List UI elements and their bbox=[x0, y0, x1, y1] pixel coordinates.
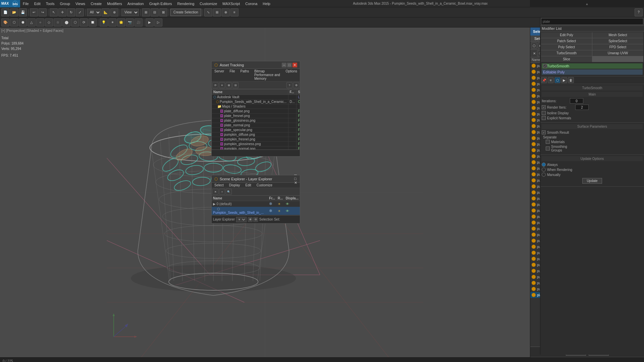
layer-btn[interactable]: ≡ bbox=[230, 8, 238, 16]
render-iters-check[interactable] bbox=[542, 105, 546, 109]
mod-del-btn[interactable]: 🗑 bbox=[568, 77, 574, 83]
viewport[interactable]: [+] [Perspective] [Shaded + Edged Faces]… bbox=[0, 27, 530, 357]
asset-tracking-header[interactable]: ⬡ Asset Tracking ─ □ ✕ bbox=[212, 61, 300, 69]
fpd-select-btn[interactable]: FPD Select bbox=[592, 44, 643, 50]
unwrap-uvw-btn[interactable]: Unwrap UVW bbox=[592, 50, 643, 56]
at-menu-bitmap[interactable]: Bitmap Performance and Memory bbox=[252, 69, 283, 81]
le-menu-edit[interactable]: Edit bbox=[243, 183, 254, 188]
smooth-result-check[interactable] bbox=[542, 130, 546, 134]
open-btn[interactable]: 📂 bbox=[10, 8, 18, 16]
spline-select-btn[interactable]: SplineSelect bbox=[592, 38, 643, 44]
tb2-render1[interactable]: ▶ bbox=[146, 18, 154, 26]
at-row[interactable]: 🖼plate_diffuse.pngFound bbox=[212, 109, 300, 114]
at-row[interactable]: 🖼pumpkin_diffuse.pngFound bbox=[212, 132, 300, 137]
menu-file[interactable]: File bbox=[20, 0, 32, 7]
menu-tools[interactable]: Tools bbox=[43, 0, 57, 7]
smoothing-groups-check[interactable] bbox=[546, 146, 550, 150]
at-menu-options[interactable]: Options bbox=[283, 69, 300, 81]
ref-coord-btn[interactable]: ⊞ bbox=[142, 8, 150, 16]
le-tb-filter[interactable]: 🔍 bbox=[226, 189, 232, 195]
at-settings-btn[interactable]: ⚙ bbox=[293, 82, 299, 88]
tb2-light1[interactable]: 💡 bbox=[100, 18, 108, 26]
tb2-btn2[interactable]: ⬡ bbox=[10, 18, 18, 26]
render-iters-input[interactable] bbox=[575, 105, 589, 110]
at-maximize-btn[interactable]: □ bbox=[287, 63, 292, 67]
menu-help[interactable]: Help bbox=[260, 0, 273, 7]
turbo-smooth-stack-item[interactable]: TurboSmooth bbox=[542, 63, 643, 69]
le-bottom-btn2[interactable]: ⊟ bbox=[253, 217, 258, 222]
le-close-btn[interactable]: ✕ bbox=[294, 181, 297, 185]
tb2-cam1[interactable]: 📷 bbox=[126, 18, 134, 26]
le-explorer-dropdown[interactable]: ▼ bbox=[236, 217, 247, 222]
menu-group[interactable]: Group bbox=[57, 0, 73, 7]
redo-btn[interactable]: ↪ bbox=[39, 8, 47, 16]
materials-check[interactable] bbox=[546, 140, 550, 144]
at-row[interactable]: ⬡Autodesk VaultLogged bbox=[212, 95, 300, 100]
at-row[interactable]: 🖼plate_normal.pngFound bbox=[212, 123, 300, 128]
new-btn[interactable]: 📄 bbox=[1, 8, 9, 16]
at-tb-btn1[interactable]: ⟳ bbox=[212, 82, 218, 88]
poly-select-btn[interactable]: Poly Select bbox=[541, 44, 592, 50]
at-row[interactable]: 🖼pumpkin_normal.pngFound bbox=[212, 146, 300, 150]
menu-modifiers[interactable]: Modifiers bbox=[104, 0, 125, 7]
at-tb-btn4[interactable]: ⊟ bbox=[232, 82, 238, 88]
le-menu-select[interactable]: Select bbox=[212, 183, 226, 188]
isoline-check[interactable] bbox=[542, 111, 546, 115]
menu-edit[interactable]: Edit bbox=[32, 0, 43, 7]
tb2-btn3[interactable]: ⬢ bbox=[19, 18, 27, 26]
move-btn[interactable]: ✛ bbox=[58, 8, 66, 16]
layer-row-default[interactable]: ▶ 0 (default) ❄ ☀ 👁 bbox=[212, 201, 300, 207]
update-button[interactable]: Update bbox=[582, 178, 602, 184]
tb2-light2[interactable]: ☀ bbox=[108, 18, 116, 26]
at-row[interactable]: 🖼pumpkin_fresnel.pngFound bbox=[212, 137, 300, 142]
tb2-light3[interactable]: 🌟 bbox=[117, 18, 125, 26]
menu-animation[interactable]: Animation bbox=[125, 0, 147, 7]
view-dropdown[interactable]: View bbox=[121, 9, 139, 16]
le-menu-customize[interactable]: Customize bbox=[254, 183, 275, 188]
tb2-btn11[interactable]: 🔲 bbox=[89, 18, 97, 26]
at-row[interactable]: ⬡Pumpkin_Seeds_with_Shell_in_a_Ceramic..… bbox=[212, 100, 300, 104]
undo-btn[interactable]: ↩ bbox=[30, 8, 38, 16]
save-btn[interactable]: 💾 bbox=[19, 8, 27, 16]
at-row[interactable]: 🖼plate_fresnel.pngFound bbox=[212, 114, 300, 118]
constraint-btn[interactable]: ⊟ bbox=[151, 8, 159, 16]
at-help-btn[interactable]: ? bbox=[286, 82, 292, 88]
at-menu-file[interactable]: File bbox=[227, 69, 237, 81]
mod-anim-btn[interactable]: ▶ bbox=[561, 77, 567, 83]
le-tb-x[interactable]: ✕ bbox=[212, 189, 218, 195]
mirror-btn[interactable]: ⤡ bbox=[204, 8, 212, 16]
le-menu-display[interactable]: Display bbox=[226, 183, 243, 188]
ts-checkbox[interactable] bbox=[543, 64, 547, 68]
at-tb-btn2[interactable]: ≡ bbox=[219, 82, 225, 88]
at-menu-paths[interactable]: Paths bbox=[238, 69, 252, 81]
menu-create[interactable]: Create bbox=[88, 0, 104, 7]
tb2-btn5[interactable]: ○ bbox=[36, 18, 44, 26]
always-radio[interactable] bbox=[542, 163, 546, 167]
menu-corona[interactable]: Corona bbox=[243, 0, 260, 7]
editable-poly-stack-item[interactable]: Editable Poly bbox=[542, 69, 643, 75]
le-maximize-btn[interactable]: □ bbox=[294, 177, 297, 181]
at-close-btn[interactable]: ✕ bbox=[292, 63, 297, 67]
menu-graph-editors[interactable]: Graph Editors bbox=[147, 0, 175, 7]
tb2-btn1[interactable]: 🎨 bbox=[1, 18, 9, 26]
when-rendering-radio[interactable] bbox=[542, 168, 546, 172]
search-clear-btn[interactable]: ✕ bbox=[532, 51, 537, 56]
menu-maxscript[interactable]: MAXScript bbox=[220, 0, 243, 7]
mod-list-btn[interactable]: ≡ bbox=[548, 77, 554, 83]
le-bottom-btn1[interactable]: ⊞ bbox=[248, 217, 253, 222]
layer-explorer-header[interactable]: ⬡ Scene Explorer - Layer Explorer ─ □ ✕ bbox=[212, 175, 300, 183]
tb2-btn4[interactable]: △ bbox=[28, 18, 36, 26]
align-btn[interactable]: ⊠ bbox=[159, 8, 167, 16]
le-tb-add[interactable]: + bbox=[219, 189, 225, 195]
menu-views[interactable]: Views bbox=[73, 0, 88, 7]
explicit-normals-check[interactable] bbox=[542, 116, 546, 120]
scale-btn[interactable]: ⤢ bbox=[76, 8, 84, 16]
angle-snap-btn[interactable]: ⊕ bbox=[110, 8, 118, 16]
at-row[interactable]: 🖼pumpkin_glossiness.pngFound bbox=[212, 142, 300, 146]
quick-align-btn[interactable]: ⊕ bbox=[222, 8, 230, 16]
edit-poly-btn[interactable]: Edit Poly bbox=[541, 32, 592, 38]
iterations-input[interactable] bbox=[570, 98, 583, 104]
slice-btn[interactable]: Slice bbox=[541, 56, 592, 62]
at-row[interactable]: 🖼plate_specular.pngFound bbox=[212, 128, 300, 132]
create-selection-btn[interactable]: Create Selection bbox=[170, 9, 201, 16]
